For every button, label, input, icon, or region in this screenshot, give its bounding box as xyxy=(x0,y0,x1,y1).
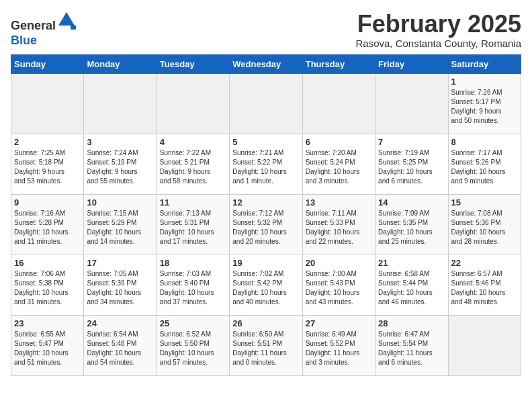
calendar-day-cell: 27Sunrise: 6:49 AM Sunset: 5:52 PM Dayli… xyxy=(302,315,375,375)
day-info: Sunrise: 7:09 AM Sunset: 5:35 PM Dayligh… xyxy=(378,209,445,246)
day-number: 26 xyxy=(232,318,299,328)
calendar-body: 1Sunrise: 7:26 AM Sunset: 5:17 PM Daylig… xyxy=(11,73,521,375)
day-number: 5 xyxy=(232,137,299,147)
day-number: 12 xyxy=(232,197,299,208)
day-info: Sunrise: 7:24 AM Sunset: 5:19 PM Dayligh… xyxy=(87,148,153,186)
day-number: 11 xyxy=(160,197,226,208)
calendar-day-cell: 11Sunrise: 7:13 AM Sunset: 5:31 PM Dayli… xyxy=(157,194,229,255)
calendar-day-cell: 28Sunrise: 6:47 AM Sunset: 5:54 PM Dayli… xyxy=(375,315,448,375)
calendar-day-cell xyxy=(375,73,448,134)
day-number: 9 xyxy=(14,197,81,208)
day-of-week-header: Sunday xyxy=(11,54,84,73)
calendar-day-cell xyxy=(230,73,302,134)
calendar-day-cell: 12Sunrise: 7:12 AM Sunset: 5:32 PM Dayli… xyxy=(230,194,302,255)
calendar-day-cell: 24Sunrise: 6:54 AM Sunset: 5:48 PM Dayli… xyxy=(84,315,157,375)
day-number: 8 xyxy=(451,137,518,147)
day-number: 3 xyxy=(87,137,153,147)
calendar-header-row: SundayMondayTuesdayWednesdayThursdayFrid… xyxy=(11,54,521,73)
day-of-week-header: Friday xyxy=(375,54,448,73)
calendar-table: SundayMondayTuesdayWednesdayThursdayFrid… xyxy=(11,54,521,376)
calendar-day-cell xyxy=(302,73,375,134)
day-number: 24 xyxy=(87,318,153,328)
calendar-day-cell xyxy=(157,73,229,134)
calendar-day-cell: 8Sunrise: 7:17 AM Sunset: 5:26 PM Daylig… xyxy=(448,134,521,194)
logo-icon xyxy=(57,11,76,30)
day-number: 22 xyxy=(451,258,518,268)
calendar-day-cell: 26Sunrise: 6:50 AM Sunset: 5:51 PM Dayli… xyxy=(230,315,302,375)
day-info: Sunrise: 7:13 AM Sunset: 5:31 PM Dayligh… xyxy=(160,209,226,246)
calendar-day-cell: 13Sunrise: 7:11 AM Sunset: 5:33 PM Dayli… xyxy=(302,194,375,255)
day-info: Sunrise: 6:47 AM Sunset: 5:54 PM Dayligh… xyxy=(378,330,445,367)
calendar-day-cell: 14Sunrise: 7:09 AM Sunset: 5:35 PM Dayli… xyxy=(375,194,448,255)
day-number: 4 xyxy=(160,137,226,147)
calendar-day-cell xyxy=(84,73,157,134)
title-block: February 2025 Rasova, Constanta County, … xyxy=(355,11,521,49)
day-info: Sunrise: 7:02 AM Sunset: 5:42 PM Dayligh… xyxy=(232,269,299,307)
calendar-week-row: 16Sunrise: 7:06 AM Sunset: 5:38 PM Dayli… xyxy=(11,255,521,315)
calendar-day-cell: 5Sunrise: 7:21 AM Sunset: 5:22 PM Daylig… xyxy=(230,134,302,194)
day-number: 15 xyxy=(451,197,518,208)
calendar-week-row: 9Sunrise: 7:16 AM Sunset: 5:28 PM Daylig… xyxy=(11,194,521,255)
calendar-day-cell: 22Sunrise: 6:57 AM Sunset: 5:46 PM Dayli… xyxy=(448,255,521,315)
calendar-day-cell xyxy=(448,315,521,375)
day-number: 18 xyxy=(160,258,226,268)
calendar-day-cell: 2Sunrise: 7:25 AM Sunset: 5:18 PM Daylig… xyxy=(11,134,84,194)
calendar-day-cell: 7Sunrise: 7:19 AM Sunset: 5:25 PM Daylig… xyxy=(375,134,448,194)
day-info: Sunrise: 6:55 AM Sunset: 5:47 PM Dayligh… xyxy=(14,330,81,367)
calendar-day-cell: 15Sunrise: 7:08 AM Sunset: 5:36 PM Dayli… xyxy=(448,194,521,255)
day-info: Sunrise: 7:00 AM Sunset: 5:43 PM Dayligh… xyxy=(306,269,372,307)
day-info: Sunrise: 6:58 AM Sunset: 5:44 PM Dayligh… xyxy=(378,269,445,307)
day-number: 20 xyxy=(306,258,372,268)
day-info: Sunrise: 6:52 AM Sunset: 5:50 PM Dayligh… xyxy=(160,330,226,367)
page-header: General Blue February 2025 Rasova, Const… xyxy=(11,11,521,49)
day-number: 27 xyxy=(306,318,372,328)
day-info: Sunrise: 6:50 AM Sunset: 5:51 PM Dayligh… xyxy=(232,330,299,367)
day-number: 6 xyxy=(306,137,372,147)
day-of-week-header: Tuesday xyxy=(157,54,229,73)
calendar-week-row: 1Sunrise: 7:26 AM Sunset: 5:17 PM Daylig… xyxy=(11,73,521,134)
day-number: 14 xyxy=(378,197,445,208)
day-info: Sunrise: 7:21 AM Sunset: 5:22 PM Dayligh… xyxy=(232,148,299,186)
svg-marker-1 xyxy=(71,26,76,30)
logo-blue: Blue xyxy=(11,34,37,47)
calendar-week-row: 2Sunrise: 7:25 AM Sunset: 5:18 PM Daylig… xyxy=(11,134,521,194)
calendar-day-cell: 20Sunrise: 7:00 AM Sunset: 5:43 PM Dayli… xyxy=(302,255,375,315)
day-number: 13 xyxy=(306,197,372,208)
day-info: Sunrise: 7:16 AM Sunset: 5:28 PM Dayligh… xyxy=(14,209,81,246)
day-info: Sunrise: 7:06 AM Sunset: 5:38 PM Dayligh… xyxy=(14,269,81,307)
calendar-day-cell: 23Sunrise: 6:55 AM Sunset: 5:47 PM Dayli… xyxy=(11,315,84,375)
day-info: Sunrise: 7:11 AM Sunset: 5:33 PM Dayligh… xyxy=(306,209,372,246)
day-info: Sunrise: 7:15 AM Sunset: 5:29 PM Dayligh… xyxy=(87,209,153,246)
day-info: Sunrise: 6:49 AM Sunset: 5:52 PM Dayligh… xyxy=(306,330,372,367)
logo-general: General xyxy=(11,19,56,32)
calendar-day-cell: 10Sunrise: 7:15 AM Sunset: 5:29 PM Dayli… xyxy=(84,194,157,255)
calendar-day-cell: 1Sunrise: 7:26 AM Sunset: 5:17 PM Daylig… xyxy=(448,73,521,134)
day-info: Sunrise: 6:57 AM Sunset: 5:46 PM Dayligh… xyxy=(451,269,518,307)
calendar-day-cell: 6Sunrise: 7:20 AM Sunset: 5:24 PM Daylig… xyxy=(302,134,375,194)
day-number: 19 xyxy=(232,258,299,268)
calendar-day-cell: 17Sunrise: 7:05 AM Sunset: 5:39 PM Dayli… xyxy=(84,255,157,315)
day-info: Sunrise: 7:20 AM Sunset: 5:24 PM Dayligh… xyxy=(306,148,372,186)
svg-marker-0 xyxy=(58,12,75,26)
day-number: 17 xyxy=(87,258,153,268)
day-info: Sunrise: 7:25 AM Sunset: 5:18 PM Dayligh… xyxy=(14,148,81,186)
calendar-week-row: 23Sunrise: 6:55 AM Sunset: 5:47 PM Dayli… xyxy=(11,315,521,375)
day-number: 7 xyxy=(378,137,445,147)
calendar-day-cell: 3Sunrise: 7:24 AM Sunset: 5:19 PM Daylig… xyxy=(84,134,157,194)
calendar-day-cell: 18Sunrise: 7:03 AM Sunset: 5:40 PM Dayli… xyxy=(157,255,229,315)
day-number: 1 xyxy=(451,77,518,87)
day-of-week-header: Wednesday xyxy=(230,54,302,73)
day-info: Sunrise: 6:54 AM Sunset: 5:48 PM Dayligh… xyxy=(87,330,153,367)
logo: General Blue xyxy=(11,11,76,48)
day-info: Sunrise: 7:05 AM Sunset: 5:39 PM Dayligh… xyxy=(87,269,153,307)
month-title: February 2025 xyxy=(355,11,521,38)
day-number: 2 xyxy=(14,137,81,147)
day-number: 16 xyxy=(14,258,81,268)
day-number: 23 xyxy=(14,318,81,328)
day-of-week-header: Thursday xyxy=(302,54,375,73)
calendar-day-cell: 21Sunrise: 6:58 AM Sunset: 5:44 PM Dayli… xyxy=(375,255,448,315)
calendar-day-cell xyxy=(11,73,84,134)
day-info: Sunrise: 7:19 AM Sunset: 5:25 PM Dayligh… xyxy=(378,148,445,186)
calendar-day-cell: 25Sunrise: 6:52 AM Sunset: 5:50 PM Dayli… xyxy=(157,315,229,375)
calendar-day-cell: 4Sunrise: 7:22 AM Sunset: 5:21 PM Daylig… xyxy=(157,134,229,194)
